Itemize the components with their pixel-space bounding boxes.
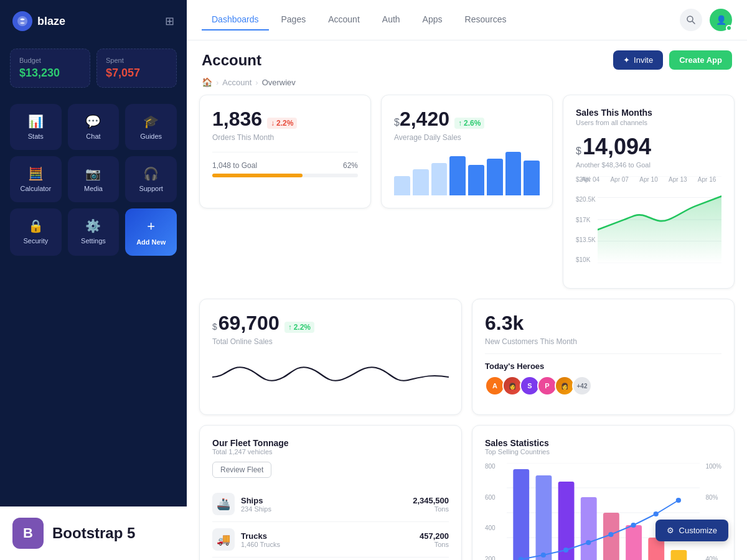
customers-label: New Customers This Month — [485, 337, 721, 346]
customers-value: 6.3k — [485, 312, 524, 334]
online-label: Total Online Sales — [212, 337, 449, 346]
media-label: Media — [84, 185, 103, 192]
ships-icon: 🚢 — [212, 493, 235, 515]
bottom-row: Our Fleet Tonnage Total 1,247 vehicles R… — [199, 425, 735, 560]
y-labels-left: 800600400200 — [485, 463, 496, 560]
hero-count: +42 — [572, 376, 592, 396]
addnew-icon: + — [147, 218, 155, 235]
review-fleet-button[interactable]: Review Fleet — [212, 462, 271, 478]
app-name: blaze — [37, 15, 65, 28]
bar-4 — [449, 156, 466, 195]
sidebar-item-chat[interactable]: 💬 Chat — [68, 104, 120, 150]
nav-tabs: Dashboards Pages Account Auth Apps Resou… — [202, 9, 516, 30]
header-buttons: ✦ Invite Create App — [613, 50, 732, 70]
sidebar: blaze ⊞ Budget $13,230 Spent $7,057 📊 St… — [0, 0, 187, 560]
mini-bar-chart — [394, 152, 540, 195]
sidebar-item-stats[interactable]: 📊 Stats — [10, 104, 62, 150]
svg-point-22 — [563, 548, 568, 553]
progress-bar-fill — [212, 174, 303, 177]
fleet-card: Our Fleet Tonnage Total 1,247 vehicles R… — [199, 425, 462, 560]
daily-value: 2,420 — [400, 108, 449, 131]
ships-value: 2,345,500 — [413, 496, 449, 505]
sales-stat-title: Sales Statistics — [485, 438, 721, 448]
svg-rect-17 — [626, 525, 642, 560]
sidebar-item-addnew[interactable]: + Add New — [125, 208, 177, 256]
sales-month-card: Sales This Months Users from all channel… — [563, 95, 735, 289]
sidebar-item-calculator[interactable]: 🧮 Calculator — [10, 156, 62, 202]
online-badge: ↑ 2.2% — [284, 322, 314, 333]
spent-label: Spent — [106, 57, 167, 64]
customize-label: Customize — [679, 526, 717, 535]
ships-unit: Tons — [413, 505, 449, 513]
tab-account[interactable]: Account — [318, 9, 370, 30]
tab-dashboards[interactable]: Dashboards — [202, 9, 269, 30]
y-labels-right: 100%80%60%40% — [705, 463, 721, 560]
fleet-item-right-ships: 2,345,500 Tons — [413, 496, 449, 513]
search-button[interactable] — [680, 9, 702, 31]
tab-auth[interactable]: Auth — [372, 9, 410, 30]
tab-pages[interactable]: Pages — [271, 9, 316, 30]
calculator-label: Calculator — [21, 185, 52, 192]
svg-point-0 — [17, 16, 27, 26]
fleet-item-trucks: 🚚 Trucks 1,460 Trucks 457,200 Tons — [212, 522, 449, 558]
trucks-name: Trucks — [241, 531, 280, 541]
budget-cards: Budget $13,230 Spent $7,057 — [0, 42, 187, 98]
heroes-section: Today's Heroes A 👩 S P 👩 +42 — [485, 353, 721, 396]
svg-rect-13 — [536, 475, 552, 560]
user-avatar[interactable]: 👤 — [710, 9, 732, 31]
sales-big-value: 14,094 — [583, 134, 651, 160]
guides-label: Guides — [140, 133, 162, 140]
bootstrap-text: Bootstrap 5 — [52, 525, 135, 542]
online-dot — [726, 25, 732, 31]
stats-row-1: 1,836 ↓ 2.2% Orders This Month 1,048 to … — [199, 95, 735, 289]
budget-card: Budget $13,230 — [10, 49, 90, 88]
svg-rect-19 — [671, 550, 687, 560]
sidebar-item-guides[interactable]: 🎓 Guides — [125, 104, 177, 150]
budget-label: Budget — [19, 57, 81, 64]
sidebar-menu-icon[interactable]: ⊞ — [165, 14, 174, 28]
sales-prefix: $ — [576, 146, 581, 157]
budget-value: $13,230 — [19, 67, 81, 80]
security-label: Security — [23, 237, 48, 245]
breadcrumb-account[interactable]: Account — [222, 78, 251, 87]
daily-prefix: $ — [394, 117, 400, 128]
chart-y-labels: $24K $20.5K $17K $13.5K $10K — [576, 176, 596, 263]
customers-card: 6.3k New Customers This Month Today's He… — [472, 299, 735, 415]
create-app-button[interactable]: Create App — [669, 50, 732, 70]
svg-point-27 — [676, 498, 681, 503]
stats-icon: 📊 — [28, 114, 44, 129]
customize-button[interactable]: ⚙ Customize — [655, 520, 728, 541]
support-label: Support — [139, 185, 163, 192]
settings-label: Settings — [81, 237, 106, 245]
daily-sales-card: $ 2,420 ↑ 2.6% Average Daily Sales — [381, 95, 553, 208]
down-arrow-icon: ↓ — [271, 119, 275, 128]
sales-month-title: Sales This Months — [576, 108, 721, 118]
trucks-count: 1,460 Trucks — [241, 541, 280, 548]
svg-point-25 — [631, 523, 636, 528]
svg-rect-12 — [513, 469, 529, 560]
orders-badge: ↓ 2.2% — [267, 118, 297, 129]
progress-header: 1,048 to Goal 62% — [212, 161, 358, 170]
page-header: Account ✦ Invite Create App — [187, 40, 747, 75]
up-arrow2-icon: ↑ — [288, 323, 292, 332]
support-icon: 🎧 — [143, 166, 159, 181]
spent-card: Spent $7,057 — [96, 49, 177, 88]
settings-icon: ⚙️ — [85, 218, 101, 233]
svg-point-26 — [654, 511, 659, 516]
svg-point-24 — [608, 532, 613, 537]
sidebar-item-settings[interactable]: ⚙️ Settings — [68, 208, 120, 256]
nav-grid: 📊 Stats 💬 Chat 🎓 Guides 🧮 Calculator 📷 M… — [0, 98, 187, 262]
sidebar-item-support[interactable]: 🎧 Support — [125, 156, 177, 202]
chart-svg-area — [598, 176, 721, 263]
security-icon: 🔒 — [28, 218, 44, 233]
fleet-item-ships: 🚢 Ships 234 Ships 2,345,500 Tons — [212, 487, 449, 522]
orders-label: Orders This Month — [212, 133, 358, 142]
bar-5 — [468, 165, 484, 195]
tab-resources[interactable]: Resources — [455, 9, 517, 30]
sidebar-item-media[interactable]: 📷 Media — [68, 156, 120, 202]
breadcrumb-home[interactable]: 🏠 — [202, 77, 212, 87]
sidebar-item-security[interactable]: 🔒 Security — [10, 208, 62, 256]
invite-button[interactable]: ✦ Invite — [613, 50, 663, 70]
tab-apps[interactable]: Apps — [413, 9, 453, 30]
online-prefix: $ — [212, 322, 217, 332]
